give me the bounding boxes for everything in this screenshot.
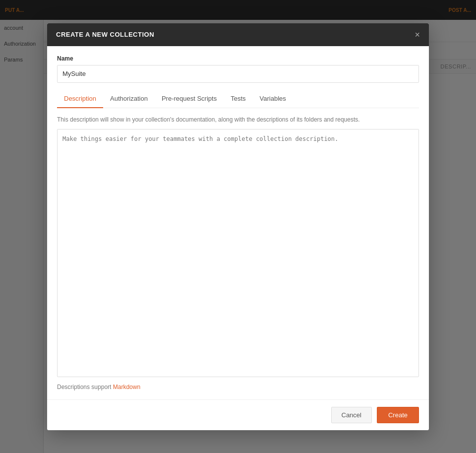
modal-footer: Cancel Create [47,399,429,430]
cancel-button[interactable]: Cancel [331,407,372,423]
modal-close-button[interactable]: × [415,30,420,39]
collection-name-input[interactable] [57,65,419,83]
create-collection-modal: CREATE A NEW COLLECTION × Name Descripti… [47,23,429,430]
markdown-link[interactable]: Markdown [113,384,140,390]
description-textarea[interactable] [57,129,419,377]
description-info-text: This description will show in your colle… [57,115,419,124]
tab-tests[interactable]: Tests [224,90,252,108]
tab-variables[interactable]: Variables [253,90,293,108]
modal-title: CREATE A NEW COLLECTION [56,31,154,38]
tab-description[interactable]: Description [57,90,103,108]
markdown-note: Descriptions support Markdown [57,384,419,390]
create-button[interactable]: Create [377,407,419,423]
modal-header: CREATE A NEW COLLECTION × [47,23,429,46]
modal-body: Name Description Authorization Pre-reque… [47,46,429,399]
markdown-note-text: Descriptions support [57,384,111,390]
name-label: Name [57,55,419,62]
tab-pre-request-scripts[interactable]: Pre-request Scripts [155,90,224,108]
modal-overlay: CREATE A NEW COLLECTION × Name Descripti… [0,0,476,453]
tab-authorization[interactable]: Authorization [103,90,155,108]
tab-row: Description Authorization Pre-request Sc… [57,90,419,108]
